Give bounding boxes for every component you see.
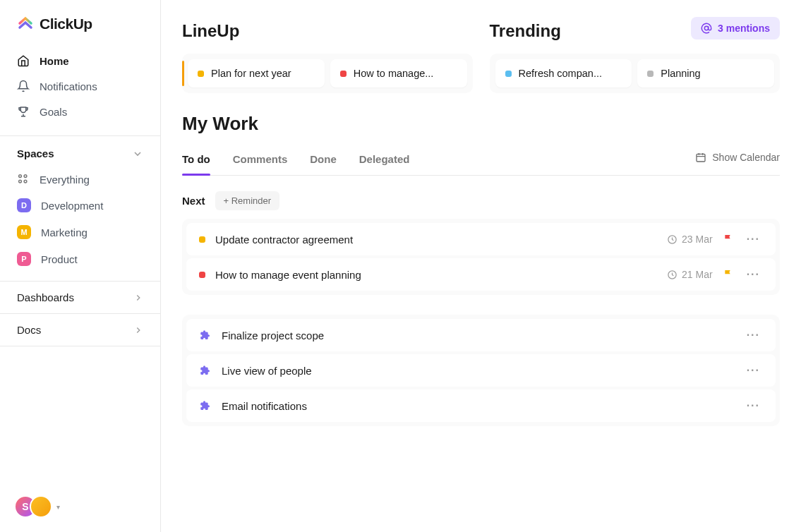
puzzle-icon [199,329,212,341]
caret-down-icon: ▾ [56,503,60,511]
space-everything-label: Everything [40,174,90,186]
task-row[interactable]: Finalize project scope ··· [186,319,776,351]
at-icon [701,23,712,34]
clickup-logo-icon [17,16,34,32]
space-icon-d: D [17,198,31,212]
space-development[interactable]: D Development [0,192,160,219]
avatar-secondary [30,495,52,518]
task-row[interactable]: Live view of people ··· [186,354,776,387]
space-development-label: Development [41,200,103,212]
task-date: 23 Mar [667,234,713,245]
trending-card-label: Refresh compan... [519,68,602,79]
status-dot [505,71,512,77]
calendar-icon [695,152,706,163]
space-product-label: Product [41,253,78,265]
brand-name: ClickUp [40,16,92,32]
more-icon[interactable]: ··· [744,233,763,246]
nav-home-label: Home [40,55,69,67]
svg-point-4 [704,26,708,30]
task-title: How to manage event planning [215,269,657,281]
status-dot [198,71,204,77]
space-marketing[interactable]: M Marketing [0,219,160,246]
task-title: Live view of people [222,365,734,377]
sidebar: ClickUp Home Notifications Goals Spaces … [0,0,161,532]
svg-point-1 [24,175,27,178]
svg-rect-5 [697,154,705,162]
show-calendar-label: Show Calendar [712,152,780,163]
task-row[interactable]: How to manage event planning 21 Mar ··· [186,258,776,291]
lineup-card-label: How to manage... [354,68,434,79]
docs-label: Docs [17,324,41,336]
status-dot [199,236,205,243]
space-icon-p: P [17,252,31,266]
main-content: 3 mentions LineUp Plan for next year How… [161,0,801,532]
next-label: Next [182,195,205,207]
task-group-dated: Update contractor agreement 23 Mar ··· H… [182,219,780,295]
nav-goals-label: Goals [40,106,67,118]
mywork-title: My Work [182,113,780,135]
task-group-undated: Finalize project scope ··· Live view of … [182,315,780,426]
more-icon[interactable]: ··· [744,268,763,281]
trophy-icon [17,105,30,118]
nav-home[interactable]: Home [10,48,150,73]
mentions-label: 3 mentions [718,23,770,34]
chevron-down-icon [132,148,143,159]
svg-point-2 [19,180,22,183]
puzzle-icon [199,364,212,377]
docs-section[interactable]: Docs [0,313,160,346]
dashboards-section[interactable]: Dashboards [0,281,160,313]
lineup-card[interactable]: Plan for next year [188,59,325,87]
lineup-title: LineUp [182,21,473,41]
space-marketing-label: Marketing [41,226,88,238]
task-title: Update contractor agreement [215,234,657,246]
mywork-tabs: To do Comments Done Delegated Show Calen… [182,145,780,176]
everything-icon [17,173,30,186]
mentions-badge[interactable]: 3 mentions [691,17,780,40]
spaces-header[interactable]: Spaces [0,135,160,167]
chevron-right-icon [133,293,143,303]
lineup-section: LineUp Plan for next year How to manage.… [182,21,473,93]
trending-card[interactable]: Refresh compan... [495,59,632,87]
space-everything[interactable]: Everything [0,167,160,192]
tab-delegated[interactable]: Delegated [359,145,410,175]
dashboards-label: Dashboards [17,291,74,303]
task-row[interactable]: Email notifications ··· [186,389,776,422]
brand-logo[interactable]: ClickUp [0,0,160,45]
status-dot [647,71,654,77]
status-dot [340,71,347,77]
show-calendar-button[interactable]: Show Calendar [695,152,780,169]
puzzle-icon [199,399,212,412]
svg-point-0 [19,175,22,178]
trending-card[interactable]: Planning [637,59,774,87]
task-title: Finalize project scope [222,330,734,341]
trending-card-label: Planning [661,68,700,79]
primary-nav: Home Notifications Goals [0,45,160,127]
user-avatars[interactable]: S ▾ [14,495,60,518]
add-reminder-button[interactable]: + Reminder [215,191,280,210]
tab-todo[interactable]: To do [182,145,210,175]
spaces-header-label: Spaces [17,147,54,159]
home-icon [17,54,30,67]
nav-notifications[interactable]: Notifications [10,73,150,99]
flag-icon[interactable] [723,234,734,245]
more-icon[interactable]: ··· [744,399,763,412]
tab-comments[interactable]: Comments [233,145,288,175]
chevron-right-icon [133,325,143,335]
task-date: 21 Mar [667,269,713,280]
space-icon-m: M [17,225,31,239]
space-product[interactable]: P Product [0,246,160,272]
status-dot [199,272,205,278]
bell-icon [17,80,30,92]
clock-icon [667,270,677,280]
lineup-card[interactable]: How to manage... [330,59,467,87]
nav-goals[interactable]: Goals [10,99,150,124]
lineup-card-label: Plan for next year [211,68,291,79]
task-row[interactable]: Update contractor agreement 23 Mar ··· [186,223,776,255]
tab-done[interactable]: Done [310,145,337,175]
svg-point-3 [24,180,27,183]
flag-icon[interactable] [723,269,734,280]
more-icon[interactable]: ··· [744,329,763,341]
more-icon[interactable]: ··· [744,364,763,377]
nav-notifications-label: Notifications [40,80,97,92]
clock-icon [667,234,677,245]
